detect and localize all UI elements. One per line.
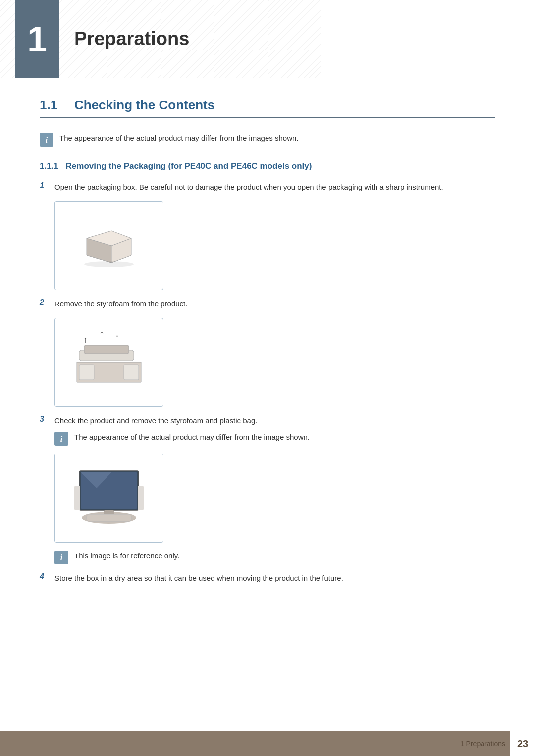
subsection-title: Removing the Packaging (for PE40C and PE… (66, 161, 312, 171)
product-image-3 (54, 454, 163, 543)
svg-rect-26 (138, 486, 144, 510)
svg-rect-25 (74, 486, 80, 510)
footer-page-number: 23 (517, 738, 528, 750)
svg-rect-24 (87, 514, 131, 521)
svg-line-13 (72, 357, 77, 362)
svg-text:i: i (60, 435, 63, 443)
footer-page-badge: 23 (510, 731, 535, 756)
main-content: 1.1 Checking the Contents i The appearan… (0, 78, 535, 636)
step-1-body: Open the packaging box. Be careful not t… (54, 181, 495, 193)
inner-note-step3: i The appearance of the actual product m… (54, 432, 495, 446)
svg-rect-11 (84, 345, 129, 354)
svg-text:i: i (46, 136, 48, 144)
svg-text:↑: ↑ (99, 328, 105, 340)
packaging-box-illustration (77, 218, 141, 273)
steps-container: 1 Open the packaging box. Be careful not… (40, 181, 495, 584)
section-title: Checking the Contents (74, 98, 214, 113)
step-2-text: Remove the styrofoam from the product. (54, 300, 187, 308)
product-image-1 (54, 201, 163, 290)
chapter-title: Preparations (74, 28, 189, 50)
note-text-1: The appearance of the actual product may… (59, 133, 299, 144)
monitor-illustration (67, 461, 151, 535)
step-4-body: Store the box in a dry area so that it c… (54, 572, 495, 584)
chapter-number: 1 (27, 21, 47, 57)
section-number: 1.1 (40, 98, 64, 113)
step-2-body: Remove the styrofoam from the product. (54, 298, 495, 310)
after-image-note-step3: i This image is for reference only. (54, 551, 495, 564)
note-icon-2: i (54, 432, 68, 446)
svg-line-14 (141, 357, 146, 362)
note-icon-3: i (54, 551, 68, 564)
step-2-row: 2 Remove the styrofoam from the product. (40, 298, 495, 310)
section-1-1-heading: 1.1 Checking the Contents (40, 98, 495, 118)
chapter-header: 1 Preparations (0, 0, 535, 78)
page-footer: 1 Preparations 23 (0, 731, 535, 756)
step-4-text: Store the box in a dry area so that it c… (54, 574, 343, 582)
svg-text:↑: ↑ (115, 332, 119, 342)
svg-text:↑: ↑ (83, 335, 88, 345)
footer-text: 1 Preparations (460, 740, 505, 748)
svg-point-6 (84, 261, 134, 267)
step-1-text: Open the packaging box. Be careful not t… (54, 183, 443, 191)
step-3-text: Check the product and remove the styrofo… (54, 416, 257, 425)
styrofoam-removal-illustration: ↑ ↑ ↑ (69, 325, 149, 400)
step-4-row: 4 Store the box in a dry area so that it… (40, 572, 495, 584)
after-image-note-text: This image is for reference only. (74, 551, 179, 562)
svg-text:i: i (60, 554, 63, 562)
step-3-body: Check the product and remove the styrofo… (54, 415, 495, 427)
chapter-number-box: 1 (15, 0, 59, 78)
step-3-number: 3 (40, 415, 54, 424)
product-image-2: ↑ ↑ ↑ (54, 318, 163, 407)
step-3-row: 3 Check the product and remove the styro… (40, 415, 495, 427)
step-1-number: 1 (40, 181, 54, 190)
svg-rect-15 (79, 365, 94, 380)
svg-rect-16 (124, 365, 139, 380)
subsection-number: 1.1.1 (40, 161, 58, 171)
step-2-number: 2 (40, 298, 54, 307)
note-icon-1: i (40, 133, 54, 147)
step-4-number: 4 (40, 572, 54, 581)
inner-note-text-step3: The appearance of the actual product may… (74, 432, 310, 443)
step-1-row: 1 Open the packaging box. Be careful not… (40, 181, 495, 193)
subsection-1-1-1-heading: 1.1.1 Removing the Packaging (for PE40C … (40, 161, 495, 171)
note-box-1: i The appearance of the actual product m… (40, 133, 495, 147)
